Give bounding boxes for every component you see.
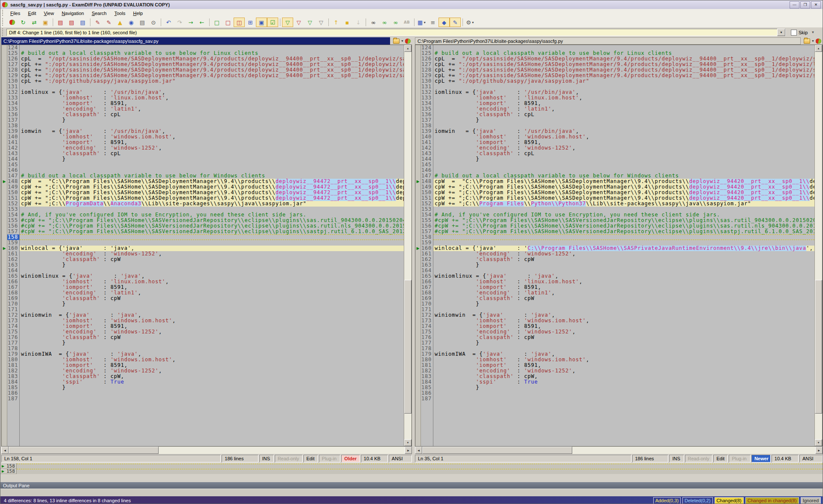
code-line[interactable]: } [433, 262, 814, 268]
menu-files[interactable]: Files [6, 10, 24, 17]
code-line[interactable]: 'sspi' : True [20, 379, 404, 385]
code-line[interactable]: #cpW += ";C:\\Program Files\\SASHome\\SA… [433, 223, 814, 229]
menu-help[interactable]: Help [129, 10, 147, 17]
chevron-down-icon[interactable]: ▼ [401, 39, 404, 42]
code-line[interactable]: } [433, 340, 814, 346]
code-line[interactable]: 'iomhost' : 'windows.iom.host', [20, 318, 404, 324]
left-code[interactable]: # build out a local classpath variable t… [20, 45, 404, 446]
code-line[interactable] [433, 346, 814, 351]
code-line[interactable]: cpW += ";C:\\Program Files\\SASHome\\SAS… [20, 184, 404, 190]
code-line[interactable]: 'iomhost' : 'linux.iom.host', [433, 95, 814, 101]
copy-to-right-icon[interactable]: → [185, 18, 196, 27]
code-line[interactable]: 'iomhost' : 'linux.iom.host', [20, 279, 404, 285]
code-line[interactable] [433, 268, 814, 273]
show-different-icon[interactable]: □ [222, 18, 234, 27]
minimize-button[interactable]: — [790, 1, 799, 9]
code-line[interactable]: } [20, 301, 404, 307]
toolbar-grip[interactable] [2, 18, 4, 26]
code-line[interactable]: cpW += ";C:\\ProgramData\\Anaconda3\\Lib… [20, 201, 404, 207]
editor-options-icon[interactable]: ✎ [450, 18, 461, 27]
code-line[interactable]: cpW = "C:\\Program Files\\SASHome\\SASDe… [20, 179, 404, 184]
code-line[interactable] [20, 268, 404, 273]
code-line[interactable]: cpW += ";C:\\Program Files\\SASHome\\SAS… [433, 195, 814, 201]
code-line[interactable]: winiomwin = {'java' : 'java', [20, 312, 404, 318]
code-line[interactable] [20, 396, 404, 402]
scroll-right-icon[interactable]: ▶ [405, 447, 412, 454]
filter-next-icon[interactable]: ▽ [304, 18, 315, 27]
code-line[interactable]: 'iomport' : 8591, [20, 140, 404, 145]
current-diff-line-first[interactable]: ▶ 158 [0, 464, 823, 469]
scroll-down-icon[interactable]: ▼ [815, 439, 822, 446]
view-options-icon[interactable]: ▦▼ [416, 18, 427, 27]
left-file-path[interactable]: C:\Program Files\Python\Python37\Lib\sit… [1, 37, 390, 45]
left-vscroll-thumb[interactable] [404, 280, 412, 414]
code-line[interactable]: } [20, 117, 404, 123]
code-line[interactable]: cpL += ":/opt/sasinside/SASHome/SASDeplo… [20, 62, 404, 67]
code-line[interactable]: #cpW += ";C:\\Program Files\\SASHome\\SA… [433, 229, 814, 234]
code-line[interactable]: 'encoding' : 'windows-1252', [20, 251, 404, 257]
prev-diff-icon[interactable]: ↑ [330, 18, 342, 27]
redo-icon[interactable]: ↷ [174, 18, 185, 27]
toolbar-overflow-icon[interactable]: ▼ [811, 30, 814, 34]
menu-navigation[interactable]: Navigation [58, 10, 88, 17]
code-line[interactable]: 'encoding' : 'windows-1252', [433, 329, 814, 335]
code-line[interactable]: 'encoding' : 'windows-1252', [20, 368, 404, 374]
recompare-icon[interactable] [6, 18, 18, 27]
print-icon[interactable]: ▤ [137, 18, 148, 27]
output-pane-titlebar[interactable]: Output Pane [0, 482, 823, 489]
menu-view[interactable]: View [40, 10, 58, 17]
swap-panes-icon[interactable]: ▣ [256, 18, 267, 27]
code-line[interactable]: #cpW += ";C:\\Program Files\\SASHome\\SA… [20, 223, 404, 229]
code-line[interactable]: #cpW += ";C:\\Program Files\\SASHome\\SA… [433, 218, 814, 223]
code-line[interactable]: 'encoding' : 'latin1', [433, 106, 814, 112]
code-line[interactable]: 'encoding' : 'latin1', [433, 290, 814, 296]
code-line[interactable]: winiomIWA = {'java' : 'java', [20, 351, 404, 357]
code-line[interactable] [20, 234, 404, 240]
code-line[interactable]: iomlinux = {'java' : '/usr/bin/java', [20, 90, 404, 95]
code-line[interactable]: cpL += ":/opt/sasinside/SASHome/SASDeplo… [433, 62, 814, 67]
plugins-icon[interactable]: ◆ [439, 18, 450, 27]
code-line[interactable]: iomwin = {'java' : '/usr/bin/java', [20, 129, 404, 134]
close-button[interactable]: ✕ [811, 1, 821, 9]
find-prev-icon[interactable]: ∞ [390, 18, 401, 27]
code-line[interactable] [20, 123, 404, 129]
current-diff-line-second[interactable]: ▶ 158 [0, 469, 823, 474]
code-line[interactable]: 'classpath' : cpL [20, 112, 404, 117]
code-line[interactable]: 'iomport' : 8591, [433, 363, 814, 368]
current-diff-icon[interactable]: ▪ [342, 18, 353, 27]
code-line[interactable]: 'encoding' : 'windows-1252', [20, 145, 404, 151]
right-file-path[interactable]: C:\Program Files\Python\Python37\Lib\sit… [415, 37, 801, 45]
code-line[interactable]: # And, if you've configured IOM to use E… [433, 212, 814, 218]
code-line[interactable]: 'iomport' : 8591, [20, 324, 404, 329]
left-hscroll-thumb[interactable] [9, 447, 159, 454]
scroll-left-icon[interactable]: ◀ [415, 447, 422, 454]
code-line[interactable]: 'encoding' : 'latin1', [20, 290, 404, 296]
right-vertical-scrollbar[interactable]: ▲ ▼ [814, 45, 822, 446]
code-line[interactable]: 'classpath' : cpL [20, 151, 404, 156]
code-line[interactable] [20, 240, 404, 246]
save-second-icon[interactable]: ▤ [66, 18, 77, 27]
code-line[interactable] [20, 307, 404, 312]
menu-tools[interactable]: Tools [111, 10, 129, 17]
web-save-icon[interactable]: ◉ [126, 18, 137, 27]
code-line[interactable]: 'iomhost' : 'windows.iom.host', [20, 357, 404, 363]
code-line[interactable]: cpL += ":/opt/sasinside/SASHome/SASDeplo… [20, 73, 404, 78]
open-file-icon[interactable] [393, 39, 399, 44]
code-line[interactable]: cpW = "C:\\Program Files\\SASHome\\SASDe… [433, 179, 814, 184]
refresh-icon[interactable]: ↻ [18, 18, 29, 27]
auto-recompare-icon[interactable]: ☑ [267, 18, 278, 27]
refresh-swap-icon[interactable]: ⇄ [29, 18, 40, 27]
code-line[interactable]: cpL += ":/opt/sasinside/SASHome/SASDeplo… [433, 67, 814, 73]
right-hscroll-thumb[interactable] [422, 447, 572, 454]
chevron-down-icon[interactable]: ▼ [777, 29, 785, 36]
scroll-right-icon[interactable]: ▶ [815, 447, 823, 454]
next-diff-icon[interactable]: ↓ [353, 18, 364, 27]
save-first-icon[interactable]: ▤ [55, 18, 66, 27]
code-line[interactable]: #cpW += ";C:\\Program Files\\SASHome\\SA… [20, 229, 404, 234]
code-line[interactable]: cpL = "/opt/sasinside/SASHome/SASDeploym… [20, 56, 404, 62]
left-vertical-scrollbar[interactable]: ▲ ▼ [404, 45, 412, 446]
code-line[interactable] [20, 346, 404, 351]
code-line[interactable] [433, 234, 814, 240]
code-line[interactable] [433, 207, 814, 212]
code-line[interactable]: 'sspi' : True [433, 379, 814, 385]
